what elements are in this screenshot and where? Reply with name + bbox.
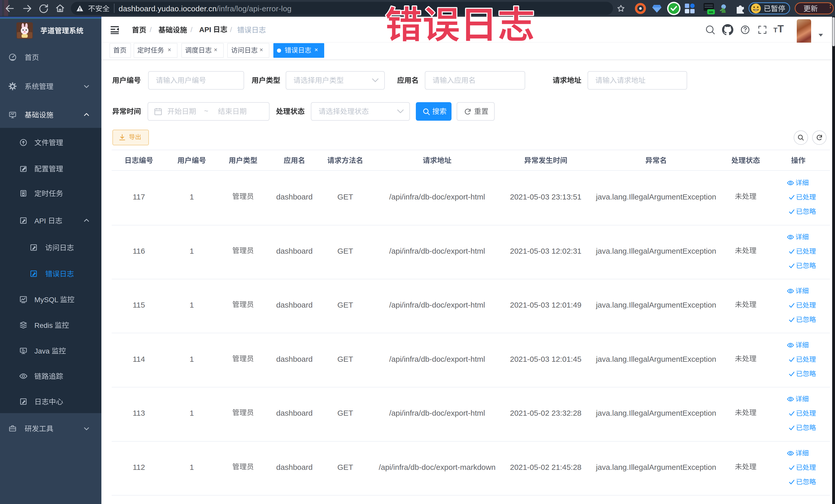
svg-text:on: on bbox=[709, 10, 713, 14]
